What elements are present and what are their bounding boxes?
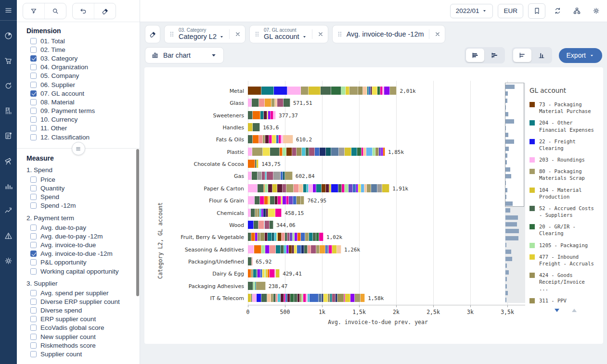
bar-segment[interactable] (313, 184, 316, 192)
currency-selector[interactable]: EUR (498, 4, 523, 18)
bar-row[interactable] (248, 123, 260, 131)
checkbox[interactable] (30, 268, 37, 275)
bar-segment[interactable] (267, 294, 271, 302)
bar-row[interactable] (248, 196, 304, 204)
checkbox[interactable] (30, 299, 37, 305)
bar-segment[interactable] (382, 184, 389, 192)
measure-item[interactable]: P&L opportunity (26, 258, 140, 267)
bar-segment[interactable] (261, 245, 265, 253)
bar-segment[interactable] (268, 184, 272, 192)
bar-segment[interactable] (252, 172, 258, 180)
dimension-item[interactable]: 04. Organization (26, 63, 140, 72)
bar-segment[interactable] (257, 160, 258, 168)
measure-item[interactable]: Avg. due-to-pay (26, 223, 140, 232)
bar-segment[interactable] (248, 269, 251, 277)
bar-segment[interactable] (248, 233, 251, 241)
bar-segment[interactable] (308, 245, 311, 253)
bar-segment[interactable] (251, 209, 255, 217)
line-chart-icon[interactable] (0, 201, 17, 221)
bar-segment[interactable] (319, 294, 322, 302)
bar-segment[interactable] (262, 172, 265, 180)
bar-segment[interactable] (358, 87, 362, 95)
legend-item[interactable]: 20 - GR/IR - Clearing (530, 223, 602, 237)
bar-row[interactable] (248, 172, 293, 180)
checkbox[interactable] (30, 316, 37, 322)
bar-segment[interactable] (260, 233, 264, 241)
bar-segment[interactable] (275, 209, 282, 217)
chart-type-select[interactable]: Bar chart (145, 47, 224, 63)
bar-segment[interactable] (248, 111, 253, 119)
dimension-item[interactable]: 12. Classification (26, 133, 140, 141)
bar-segment[interactable] (261, 87, 274, 95)
bar-segment[interactable] (373, 148, 376, 156)
drag-handle-icon[interactable] (168, 31, 175, 38)
legend-scroll-up-icon[interactable] (572, 309, 577, 312)
bar-segment[interactable] (331, 148, 338, 156)
legend-item[interactable]: 104 - Material Production (530, 187, 602, 200)
bar-segment[interactable] (260, 111, 264, 119)
bar-segment[interactable] (361, 294, 365, 302)
bar-segment[interactable] (367, 184, 371, 192)
bar-segment[interactable] (345, 184, 349, 192)
bar-segment[interactable] (265, 135, 269, 143)
bar-segment[interactable] (248, 123, 253, 131)
checkbox[interactable] (30, 251, 37, 257)
dimension-item[interactable]: 03. Category (26, 54, 140, 63)
legend-item[interactable]: 203 - Roundings (530, 156, 602, 163)
bar-segment[interactable] (258, 221, 264, 229)
bar-segment[interactable] (260, 196, 264, 204)
bar-row[interactable] (248, 184, 389, 192)
bar-segment[interactable] (283, 135, 293, 143)
bar-segment[interactable] (248, 257, 252, 265)
bar-segment[interactable] (270, 245, 276, 253)
bar-segment[interactable] (283, 148, 286, 156)
bar-segment[interactable] (377, 184, 382, 192)
bar-segment[interactable] (309, 233, 313, 241)
hierarchy-icon[interactable] (569, 4, 584, 18)
bar-segment[interactable] (320, 245, 325, 253)
scorecard-icon[interactable] (0, 100, 17, 121)
bar-segment[interactable] (248, 172, 252, 180)
bar-segment[interactable] (258, 184, 264, 192)
dimension-item[interactable]: 10. Currency (26, 115, 140, 124)
bar-segment[interactable] (276, 269, 280, 277)
close-icon[interactable] (434, 31, 441, 38)
legend-item[interactable]: 424 - Goods Receipt/Invoice ... (530, 272, 602, 292)
gear-icon[interactable] (0, 251, 17, 271)
bar-segment[interactable] (304, 245, 308, 253)
checkbox[interactable] (30, 242, 37, 248)
bar-segment[interactable] (271, 99, 275, 107)
bar-segment[interactable] (265, 245, 270, 253)
bar-row[interactable] (248, 87, 397, 95)
drag-handle-icon[interactable] (254, 31, 260, 38)
chevron-down-icon[interactable] (219, 34, 224, 39)
bar-segment[interactable] (265, 99, 271, 107)
bar-segment[interactable] (320, 148, 326, 156)
bar-row[interactable] (248, 245, 341, 253)
bar-segment[interactable] (383, 148, 385, 156)
legend-item[interactable]: 477 - Inbound Freight - Accruals (530, 253, 602, 267)
bar-row[interactable] (248, 294, 365, 302)
bar-row[interactable] (248, 111, 276, 119)
bar-segment[interactable] (281, 294, 284, 302)
bar-segment[interactable] (251, 233, 255, 241)
dimension-item[interactable]: 01. Total (26, 37, 140, 45)
checkbox[interactable] (30, 125, 37, 131)
bar-segment[interactable] (259, 99, 265, 107)
checkbox[interactable] (30, 342, 37, 349)
checkbox[interactable] (30, 307, 37, 314)
bar-segment[interactable] (329, 245, 332, 253)
bar-segment[interactable] (265, 221, 269, 229)
checkbox[interactable] (30, 202, 37, 209)
bar-segment[interactable] (272, 184, 277, 192)
minimap-viewport[interactable] (505, 83, 524, 207)
measure-item[interactable]: Avg. due-to-pay -12m (26, 232, 140, 240)
measure-item[interactable]: EcoVadis global score (26, 324, 140, 332)
bar-segment[interactable] (283, 184, 286, 192)
search-icon[interactable] (44, 3, 66, 19)
measure-item[interactable]: Spend (26, 193, 140, 201)
bar-segment[interactable] (273, 172, 281, 180)
checkbox[interactable] (30, 259, 37, 265)
bar-segment[interactable] (252, 148, 263, 156)
checkbox[interactable] (30, 290, 37, 296)
